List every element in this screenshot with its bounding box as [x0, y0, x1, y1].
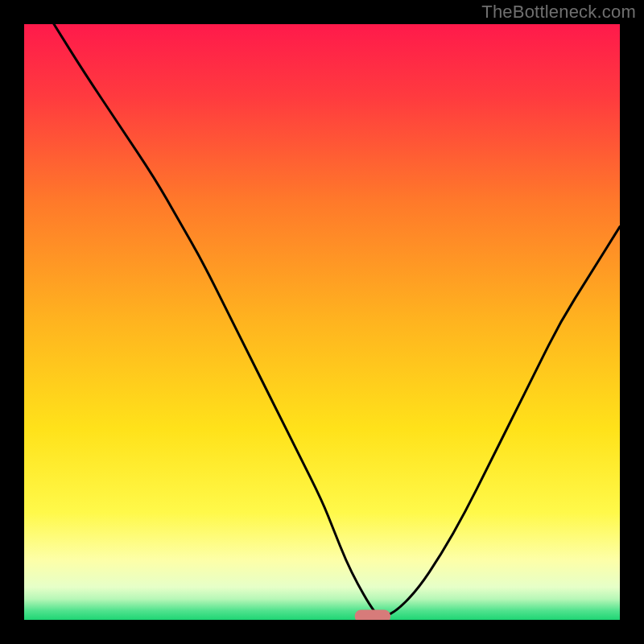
- chart-frame: TheBottleneck.com: [0, 0, 644, 644]
- watermark-text: TheBottleneck.com: [481, 2, 636, 23]
- chart-svg: [24, 24, 620, 620]
- plot-area: [24, 24, 620, 620]
- optimal-marker: [355, 609, 390, 620]
- gradient-background: [24, 24, 620, 620]
